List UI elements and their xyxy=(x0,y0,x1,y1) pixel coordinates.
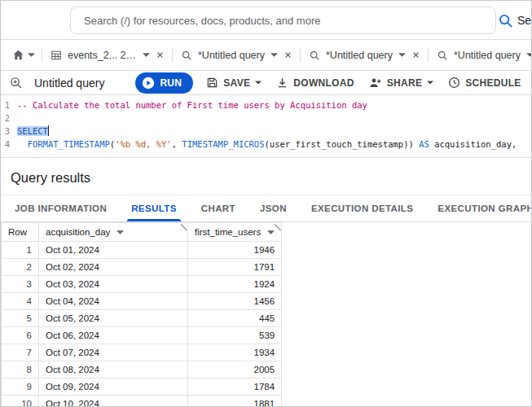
first-time-users-cell: 1946 xyxy=(188,242,282,259)
tab-label: *Untitled query xyxy=(454,50,521,61)
results-tab-bar: JOB INFORMATION RESULTS CHART JSON EXECU… xyxy=(1,195,531,222)
line-number: 1 xyxy=(1,98,17,112)
download-button[interactable]: DOWNLOAD xyxy=(276,77,354,89)
chevron-down-icon[interactable] xyxy=(28,53,35,57)
search-icon[interactable] xyxy=(498,13,513,28)
sql-function-token: TIMESTAMP_MICROS xyxy=(182,139,264,149)
results-tab-job-information[interactable]: JOB INFORMATION xyxy=(2,195,119,221)
acquisition-day-cell: Oct 04, 2024 xyxy=(39,293,188,310)
workspace-tab[interactable]: events_2... 220 xyxy=(42,40,173,70)
column-header-row: Row xyxy=(2,223,39,242)
column-menu-icon[interactable] xyxy=(117,230,124,234)
first-time-users-cell: 1924 xyxy=(188,276,282,293)
row-number-cell: 6 xyxy=(2,327,39,344)
sql-keyword-token: SELECT xyxy=(17,126,48,136)
table-row: 4 Oct 04, 2024 1456 xyxy=(2,293,282,310)
first-time-users-cell: 539 xyxy=(188,327,282,344)
sql-string-token: '%b %d, %Y' xyxy=(115,139,172,149)
acquisition-day-cell: Oct 05, 2024 xyxy=(39,310,188,327)
table-row: 2 Oct 02, 2024 1791 xyxy=(2,259,282,276)
table-row: 7 Oct 07, 2024 1934 xyxy=(2,344,282,361)
query-icon xyxy=(437,50,448,61)
first-time-users-cell: 1456 xyxy=(188,293,282,310)
sql-comment-token: -- Calculate the total number of First t… xyxy=(17,100,367,110)
schedule-button[interactable]: SCHEDULE xyxy=(448,77,521,89)
code-line-3: 3 SELECT xyxy=(1,125,531,138)
clock-icon xyxy=(448,77,460,89)
person-add-icon xyxy=(369,77,382,90)
row-number-cell: 2 xyxy=(2,259,39,276)
table-row: 9 Oct 09, 2024 1784 xyxy=(2,379,282,396)
workspace-tab-strip: events_2... 220 *Untitled query *Untitle… xyxy=(1,40,531,71)
column-header-first-time-users: first_time_users xyxy=(188,223,282,242)
compose-query-icon xyxy=(9,76,23,90)
sql-function-token: FORMAT_TIMESTAMP xyxy=(28,139,110,149)
workspace-tab[interactable]: *Untitled query xyxy=(429,40,531,70)
table-row: 5 Oct 05, 2024 445 xyxy=(2,310,282,327)
workspace-tab[interactable]: *Untitled query xyxy=(173,40,301,70)
results-tab-execution-graph[interactable]: EXECUTION GRAPH xyxy=(425,195,532,221)
home-tab[interactable] xyxy=(4,40,42,70)
global-search-box[interactable] xyxy=(70,7,496,34)
sql-editor[interactable]: 1 -- Calculate the total number of First… xyxy=(1,95,531,158)
results-tab-results[interactable]: RESULTS xyxy=(119,195,189,221)
table-row: 6 Oct 06, 2024 539 xyxy=(2,327,282,344)
share-button[interactable]: SHARE xyxy=(369,77,434,90)
close-icon[interactable] xyxy=(156,50,165,59)
table-row: 1 Oct 01, 2024 1946 xyxy=(2,242,282,259)
column-menu-icon[interactable] xyxy=(267,230,275,234)
first-time-users-cell: 1934 xyxy=(188,344,282,361)
query-icon xyxy=(309,50,320,61)
sql-token xyxy=(17,139,28,149)
bigquery-console: Se events_2... 220 *Untitled query xyxy=(0,0,532,407)
table-header-row: Row acquisition_day first_tim xyxy=(2,223,282,242)
chevron-down-icon xyxy=(427,81,433,85)
chevron-down-icon[interactable] xyxy=(398,53,406,57)
row-number-cell: 8 xyxy=(2,361,39,379)
close-icon[interactable] xyxy=(284,50,292,59)
run-button[interactable]: RUN xyxy=(135,72,193,94)
code-line-4: 4 FORMAT_TIMESTAMP('%b %d, %Y', TIMESTAM… xyxy=(1,138,531,151)
row-number-cell: 7 xyxy=(2,344,39,361)
column-resize-handle[interactable] xyxy=(181,224,187,230)
search-input[interactable] xyxy=(84,15,486,27)
row-number-cell: 5 xyxy=(2,310,39,327)
first-time-users-cell: 1784 xyxy=(188,379,282,396)
chevron-down-icon[interactable] xyxy=(270,53,278,57)
row-number-cell: 1 xyxy=(2,242,39,259)
results-tab-chart[interactable]: CHART xyxy=(189,195,248,221)
query-results-panel: Query results JOB INFORMATION RESULTS CH… xyxy=(1,158,531,407)
chevron-down-icon xyxy=(255,81,262,85)
results-tab-json[interactable]: JSON xyxy=(248,195,299,221)
row-number-cell: 9 xyxy=(2,379,39,396)
workspace-tab[interactable]: *Untitled query xyxy=(301,40,429,70)
sql-token: , xyxy=(172,139,182,149)
row-number-cell: 3 xyxy=(2,276,39,293)
table-row: 3 Oct 03, 2024 1924 xyxy=(2,276,282,293)
tab-label: events_2... 220 xyxy=(68,50,137,61)
query-toolbar: Untitled query RUN SAVE DOWNLOAD SHARE S… xyxy=(1,71,531,95)
first-time-users-cell: 1791 xyxy=(188,259,282,276)
save-button[interactable]: SAVE xyxy=(206,77,262,89)
sql-identifier-token: acquisition_day, xyxy=(434,139,517,149)
play-circle-icon xyxy=(142,77,155,90)
first-time-users-cell: 2005 xyxy=(188,361,282,379)
code-line-2: 2 xyxy=(1,112,531,125)
chevron-down-icon[interactable] xyxy=(526,53,531,57)
chevron-down-icon[interactable] xyxy=(143,53,150,57)
acquisition-day-cell: Oct 02, 2024 xyxy=(39,259,188,276)
results-tab-execution-details[interactable]: EXECUTION DETAILS xyxy=(299,195,425,221)
first-time-users-cell: 445 xyxy=(188,310,282,327)
query-title: Untitled query xyxy=(34,77,104,90)
acquisition-day-cell: Oct 06, 2024 xyxy=(39,327,188,344)
results-table: Row acquisition_day first_tim xyxy=(1,222,282,407)
close-icon[interactable] xyxy=(411,50,420,59)
acquisition-day-cell: Oct 08, 2024 xyxy=(39,361,188,379)
top-bar: Se xyxy=(1,1,531,40)
text-cursor xyxy=(48,125,50,136)
column-resize-handle[interactable] xyxy=(275,224,281,230)
topbar-right-label: Se xyxy=(517,14,531,27)
line-number: 2 xyxy=(1,112,17,125)
acquisition-day-cell: Oct 10, 2024 xyxy=(39,396,188,407)
line-number: 4 xyxy=(1,138,17,151)
